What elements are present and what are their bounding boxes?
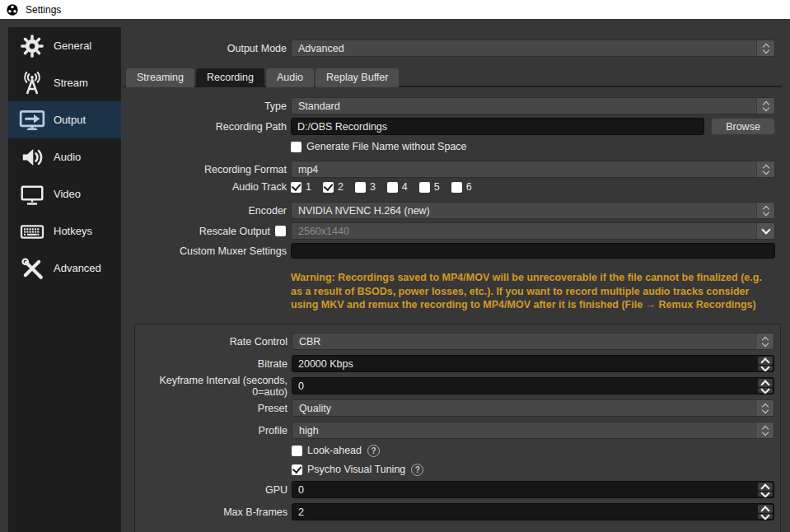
display-icon xyxy=(18,182,46,207)
preset-select[interactable]: Quality xyxy=(292,399,774,417)
rescale-output-label: Rescale Output xyxy=(122,226,270,237)
rescale-output-row: Rescale Output 2560x1440 xyxy=(122,222,775,240)
bitrate-label: Bitrate xyxy=(135,358,287,370)
output-mode-row: Output Mode Advanced xyxy=(122,40,775,57)
audio-track-6-checkbox[interactable] xyxy=(451,182,462,193)
keyframe-interval-stepper xyxy=(292,377,774,394)
type-select[interactable]: Standard xyxy=(291,97,775,114)
window-title: Settings xyxy=(26,4,61,16)
tab-replay-buffer[interactable]: Replay Buffer xyxy=(316,68,400,87)
encoder-label: Encoder xyxy=(122,205,287,217)
preset-row: Preset Quality xyxy=(135,399,774,417)
sidebar-item-video[interactable]: Video xyxy=(8,175,121,212)
max-b-frames-input[interactable] xyxy=(292,504,757,520)
rate-control-label: Rate Control xyxy=(135,336,287,348)
help-icon[interactable]: ? xyxy=(411,464,423,476)
audio-track-3-checkbox[interactable] xyxy=(355,182,366,193)
sidebar-item-output[interactable]: Output xyxy=(8,101,121,138)
recording-format-label: Recording Format xyxy=(122,164,287,175)
tab-recording[interactable]: Recording xyxy=(196,68,264,87)
type-label: Type xyxy=(122,100,287,112)
output-mode-label: Output Mode xyxy=(122,43,287,54)
sidebar-item-general[interactable]: General xyxy=(8,27,121,64)
settings-sidebar: General Stream xyxy=(8,27,121,532)
combo-arrows-icon xyxy=(755,400,774,416)
profile-select[interactable]: high xyxy=(292,422,774,439)
keyframe-interval-label: Keyframe Interval (seconds, 0=auto) xyxy=(135,375,287,398)
rescale-resolution-select[interactable]: 2560x1440 xyxy=(291,222,775,240)
audio-track-4-checkbox[interactable] xyxy=(387,182,398,193)
keyframe-interval-row: Keyframe Interval (seconds, 0=auto) xyxy=(135,377,774,394)
psycho-visual-tuning-label: Psycho Visual Tuning xyxy=(307,464,405,475)
encoder-select[interactable]: NVIDIA NVENC H.264 (new) xyxy=(291,202,775,219)
chevron-down-icon xyxy=(756,223,774,239)
keyboard-icon xyxy=(18,219,46,244)
sidebar-item-advanced[interactable]: Advanced xyxy=(8,250,121,287)
recording-format-row: Recording Format mp4 xyxy=(122,161,775,178)
combo-arrows-icon xyxy=(756,161,774,177)
max-b-frames-label: Max B-frames xyxy=(135,506,287,518)
look-ahead-row: Look-ahead ? xyxy=(135,444,774,457)
spin-down-button[interactable] xyxy=(758,366,773,371)
encoder-row: Encoder NVIDIA NVENC H.264 (new) xyxy=(122,202,775,219)
combo-arrows-icon xyxy=(756,203,774,218)
audio-track-2-checkbox[interactable] xyxy=(323,182,334,193)
generate-no-space-checkbox[interactable] xyxy=(291,142,302,152)
gpu-stepper xyxy=(292,481,774,498)
sidebar-item-label: Stream xyxy=(54,77,88,89)
recording-path-label: Recording Path xyxy=(122,121,287,133)
speaker-icon xyxy=(18,145,46,170)
sidebar-item-label: Audio xyxy=(54,151,81,163)
output-mode-select[interactable]: Advanced xyxy=(291,40,775,57)
gpu-row: GPU xyxy=(135,481,774,498)
recording-format-select[interactable]: mp4 xyxy=(291,161,775,178)
keyframe-interval-input[interactable] xyxy=(292,378,757,394)
audio-track-1-checkbox[interactable] xyxy=(291,182,302,193)
spin-down-button[interactable] xyxy=(758,514,773,519)
generate-no-space-row: Generate File Name without Space xyxy=(122,140,775,153)
sidebar-item-label: Video xyxy=(54,188,81,200)
recording-path-row: Recording Path Browse xyxy=(122,118,775,135)
antenna-icon xyxy=(18,71,46,96)
tab-audio[interactable]: Audio xyxy=(266,68,314,87)
sidebar-item-stream[interactable]: Stream xyxy=(8,64,121,101)
spin-down-button[interactable] xyxy=(758,388,773,393)
max-b-frames-row: Max B-frames xyxy=(135,503,774,520)
preset-label: Preset xyxy=(135,403,287,414)
recording-path-input[interactable] xyxy=(291,118,704,135)
max-b-frames-stepper xyxy=(292,503,774,520)
sidebar-item-audio[interactable]: Audio xyxy=(8,138,121,175)
help-icon[interactable]: ? xyxy=(367,445,380,457)
mp4-warning-text: Warning: Recordings saved to MP4/MOV wil… xyxy=(291,271,767,312)
rate-control-row: Rate Control CBR xyxy=(135,333,774,350)
combo-arrows-icon xyxy=(755,334,774,349)
audio-track-row: Audio Track 1 2 3 4 5 6 xyxy=(122,180,775,194)
rate-control-select[interactable]: CBR xyxy=(292,333,774,350)
type-row: Type Standard xyxy=(122,97,775,114)
browse-button[interactable]: Browse xyxy=(711,118,775,135)
custom-muxer-input[interactable] xyxy=(291,243,775,259)
obs-logo-icon xyxy=(6,3,19,16)
output-tabs: Streaming Recording Audio Replay Buffer xyxy=(126,68,399,87)
psycho-visual-tuning-checkbox[interactable] xyxy=(292,464,302,475)
look-ahead-checkbox[interactable] xyxy=(292,446,302,456)
tab-streaming[interactable]: Streaming xyxy=(126,68,194,87)
gpu-input[interactable] xyxy=(292,482,757,497)
settings-window: Settings xyxy=(0,0,790,532)
audio-track-5-checkbox[interactable] xyxy=(419,182,430,193)
psycho-visual-tuning-row: Psycho Visual Tuning ? xyxy=(135,463,774,476)
titlebar: Settings xyxy=(0,0,790,19)
spin-down-button[interactable] xyxy=(758,492,773,497)
profile-row: Profile high xyxy=(135,422,774,439)
gear-icon xyxy=(18,34,46,58)
look-ahead-label: Look-ahead xyxy=(307,445,362,456)
audio-track-checkboxes: 1 2 3 4 5 6 xyxy=(291,181,472,193)
bitrate-input[interactable] xyxy=(292,356,757,371)
custom-muxer-row: Custom Muxer Settings xyxy=(122,243,775,259)
rescale-output-checkbox[interactable] xyxy=(275,226,286,236)
custom-muxer-label: Custom Muxer Settings xyxy=(122,245,287,257)
sidebar-item-hotkeys[interactable]: Hotkeys xyxy=(8,212,121,250)
profile-label: Profile xyxy=(135,425,287,436)
sidebar-item-label: Advanced xyxy=(54,262,101,274)
sidebar-item-label: General xyxy=(54,40,91,52)
